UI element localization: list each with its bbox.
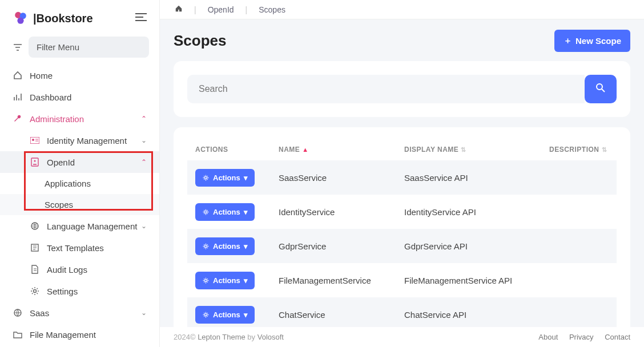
home-icon[interactable] xyxy=(175,5,183,14)
new-scope-button[interactable]: ＋ New Scope xyxy=(554,30,630,52)
nav-language-management[interactable]: Language Management ⌄ xyxy=(0,215,159,237)
cell-name: ChatService xyxy=(279,310,404,320)
cell-name: GdprService xyxy=(279,241,404,251)
nav-identity-management[interactable]: Identity Management ⌄ xyxy=(0,130,159,151)
footer-privacy[interactable]: Privacy xyxy=(569,333,594,341)
gear-icon xyxy=(30,286,40,296)
sort-icon: ⇅ xyxy=(461,146,466,153)
sidebar: |Bookstore Filter Menu Home Dashboard xyxy=(0,0,160,347)
actions-button[interactable]: Actions▾ xyxy=(195,272,255,289)
gear-icon xyxy=(202,311,210,318)
button-label: New Scope xyxy=(575,36,621,46)
table-row: Actions▾FileManagementServiceFileManagem… xyxy=(187,263,617,297)
gear-icon xyxy=(202,174,210,181)
col-name[interactable]: NAME▲ xyxy=(279,146,404,154)
wrench-icon xyxy=(13,114,23,124)
gear-icon xyxy=(202,208,210,216)
nav-label: Audit Logs xyxy=(47,265,87,275)
svg-point-4 xyxy=(32,139,34,141)
col-display-name[interactable]: DISPLAY NAME⇅ xyxy=(404,146,549,154)
svg-point-13 xyxy=(204,211,207,213)
nav-saas[interactable]: Saas ⌄ xyxy=(0,302,159,324)
logo-mark-icon xyxy=(13,10,29,26)
nav-label: Saas xyxy=(30,308,49,318)
nav-administration[interactable]: Administration ⌃ xyxy=(0,108,159,130)
chevron-up-icon: ⌃ xyxy=(141,158,147,166)
nav-dashboard[interactable]: Dashboard xyxy=(0,86,159,108)
chevron-down-icon: ⌄ xyxy=(141,309,147,317)
brand-logo[interactable]: |Bookstore xyxy=(13,10,93,26)
actions-button[interactable]: Actions▾ xyxy=(195,169,255,187)
breadcrumb-item[interactable]: OpenId xyxy=(208,5,234,14)
page-title: Scopes xyxy=(174,32,227,50)
footer-year: 2024 xyxy=(174,333,190,341)
col-description[interactable]: DESCRIPTION⇅ xyxy=(549,146,609,154)
plus-icon: ＋ xyxy=(564,35,572,46)
footer-contact[interactable]: Contact xyxy=(605,333,630,341)
search-card xyxy=(174,61,630,117)
actions-button[interactable]: Actions▾ xyxy=(195,306,255,324)
nav-audit-logs[interactable]: Audit Logs xyxy=(0,259,159,280)
id-card-icon xyxy=(30,135,40,146)
svg-point-9 xyxy=(34,290,37,293)
cell-name: FileManagementService xyxy=(279,276,404,285)
nav: Home Dashboard Administration ⌃ Identity… xyxy=(0,64,159,347)
filter-menu-input[interactable]: Filter Menu xyxy=(29,37,149,58)
svg-point-16 xyxy=(204,313,207,316)
svg-rect-3 xyxy=(30,137,39,144)
nav-home[interactable]: Home xyxy=(0,64,159,86)
cell-name: SaasService xyxy=(279,173,404,183)
nav-applications[interactable]: Applications xyxy=(0,173,159,194)
nav-file-management[interactable]: File Management xyxy=(0,324,159,345)
footer-by: by xyxy=(247,333,255,341)
cell-display: SaasService API xyxy=(404,173,549,183)
nav-label: Identity Management xyxy=(47,136,127,146)
svg-rect-5 xyxy=(31,158,38,166)
nav-label: Dashboard xyxy=(30,92,71,102)
nav-label: Home xyxy=(30,71,53,80)
search-input[interactable] xyxy=(187,75,585,103)
breadcrumb: | OpenId | Scopes xyxy=(160,0,644,19)
nav-label: Scopes xyxy=(45,200,73,209)
sort-icon: ⇅ xyxy=(602,146,607,153)
cell-display: FileManagementService API xyxy=(404,276,549,285)
chevron-down-icon: ⌄ xyxy=(141,222,147,230)
svg-point-15 xyxy=(204,279,207,281)
chevron-down-icon: ⌄ xyxy=(141,136,147,144)
scopes-table: ACTIONS NAME▲ DISPLAY NAME⇅ DESCRIPTION⇅… xyxy=(174,127,630,327)
filter-icon xyxy=(13,42,23,53)
breadcrumb-item[interactable]: Scopes xyxy=(259,5,285,14)
hamburger-icon[interactable] xyxy=(135,13,147,23)
sort-asc-icon: ▲ xyxy=(302,146,308,153)
gear-icon xyxy=(202,243,210,250)
cell-name: IdentityService xyxy=(279,207,404,217)
footer: 2024© Lepton Theme by Volosoft About Pri… xyxy=(160,327,644,347)
home-icon xyxy=(13,70,23,80)
footer-author[interactable]: Volosoft xyxy=(257,333,284,341)
svg-point-11 xyxy=(597,84,602,90)
cell-display: GdprService API xyxy=(404,241,549,251)
nav-label: Text Templates xyxy=(47,243,104,253)
nav-openid[interactable]: OpenId ⌃ xyxy=(0,151,159,173)
button-label: Actions xyxy=(213,242,240,251)
folder-icon xyxy=(13,329,23,340)
button-label: Actions xyxy=(213,208,240,216)
svg-point-14 xyxy=(204,245,207,247)
nav-scopes[interactable]: Scopes xyxy=(0,194,159,215)
actions-button[interactable]: Actions▾ xyxy=(195,203,255,221)
nav-settings[interactable]: Settings xyxy=(0,280,159,302)
nav-text-templates[interactable]: Text Templates xyxy=(0,237,159,259)
col-actions[interactable]: ACTIONS xyxy=(195,146,279,154)
button-label: Actions xyxy=(213,174,240,182)
file-icon xyxy=(30,264,40,275)
cell-display: ChatService API xyxy=(404,310,549,320)
openid-icon xyxy=(30,157,40,167)
chevron-up-icon: ⌃ xyxy=(141,115,147,123)
footer-theme: Lepton Theme xyxy=(198,333,245,341)
nav-label: Applications xyxy=(45,179,91,188)
search-button[interactable] xyxy=(585,75,617,103)
search-icon xyxy=(595,83,606,93)
chart-icon xyxy=(13,92,23,102)
footer-about[interactable]: About xyxy=(538,333,558,341)
actions-button[interactable]: Actions▾ xyxy=(195,237,255,255)
